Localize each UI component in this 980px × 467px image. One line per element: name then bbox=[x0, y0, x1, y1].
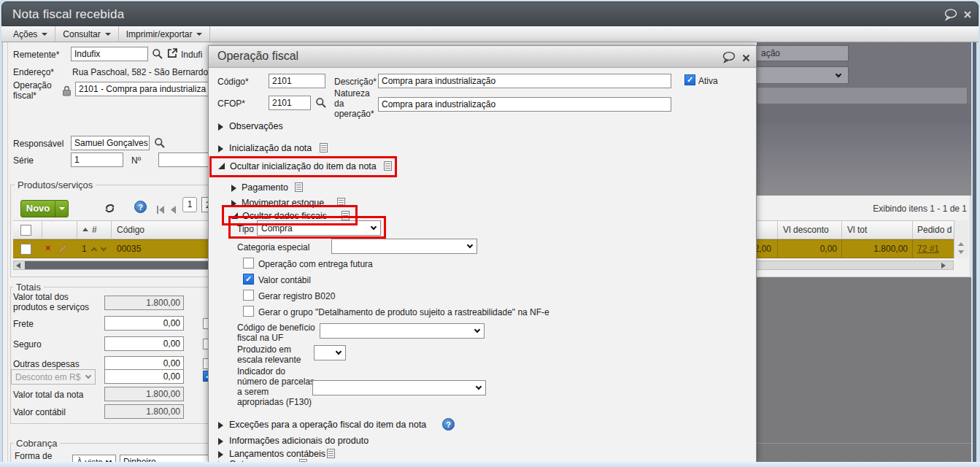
notes-icon[interactable] bbox=[295, 182, 303, 192]
section-excecoes[interactable]: Exceções para a operação fiscal do item … bbox=[229, 420, 426, 430]
items-status: Exibindo itens 1 - 1 de 1 bbox=[792, 204, 967, 214]
window-right-border bbox=[973, 42, 976, 462]
registro-b020-label: Gerar registro B020 bbox=[258, 291, 335, 301]
row-pedido-link[interactable]: 72 #1 bbox=[917, 244, 939, 254]
collapse-arrow-icon[interactable] bbox=[218, 123, 223, 131]
section-pagamento[interactable]: Pagamento bbox=[242, 182, 288, 193]
cfop-label: CFOP* bbox=[217, 99, 245, 109]
spinner-up-icon[interactable] bbox=[958, 242, 964, 246]
collapse-arrow-icon[interactable] bbox=[218, 438, 223, 445]
beneficio-fiscal-label: Código de benefício fiscal na UF bbox=[237, 323, 319, 343]
outras-despesas-input[interactable]: 0,00 bbox=[104, 356, 184, 371]
section-informacoes-adicionais[interactable]: Informações adicionais do produto bbox=[229, 436, 369, 446]
select-all-checkbox[interactable] bbox=[20, 225, 31, 236]
delete-row-icon[interactable]: × bbox=[45, 242, 51, 253]
remetente-label: Remetente* bbox=[13, 50, 59, 60]
produzido-escala-select[interactable] bbox=[314, 345, 346, 360]
frete-input[interactable]: 0,00 bbox=[104, 316, 184, 331]
chevron-down-icon bbox=[85, 373, 91, 379]
window-titlebar: Nota fiscal recebida bbox=[1, 1, 979, 26]
beneficio-fiscal-select[interactable] bbox=[320, 323, 485, 339]
notes-icon[interactable] bbox=[327, 449, 335, 458]
operacao-fiscal-input[interactable]: 2101 - Compra para industrializa bbox=[75, 82, 220, 96]
cfop-input[interactable]: 2101 bbox=[269, 96, 311, 110]
collapse-arrow-icon[interactable] bbox=[218, 145, 223, 153]
valor-contabil-check-label: Valor contábil bbox=[258, 275, 311, 285]
collapse-arrow-icon[interactable] bbox=[218, 422, 223, 429]
background-bar bbox=[757, 87, 968, 104]
chat-bubble-icon[interactable] bbox=[722, 51, 736, 66]
help-icon[interactable]: ? bbox=[134, 201, 147, 213]
section-observacoes[interactable]: Observações bbox=[229, 121, 283, 131]
rastreabilidade-checkbox[interactable] bbox=[243, 306, 254, 317]
desconto-tipo-select[interactable]: Desconto em R$ bbox=[11, 369, 96, 385]
codigo-label: Código* bbox=[217, 77, 249, 87]
entrega-futura-checkbox[interactable] bbox=[243, 258, 254, 269]
numero-label: Nº bbox=[131, 155, 141, 166]
external-link-icon[interactable] bbox=[166, 47, 178, 62]
section-inicializacao-nota[interactable]: Inicialização da nota bbox=[229, 143, 312, 153]
col-header-vl-desconto[interactable]: Vl desconto bbox=[783, 225, 829, 235]
menu-acoes[interactable]: Ações bbox=[6, 26, 55, 42]
section-lancamentos-contabeis[interactable]: Lançamentos contábeis bbox=[229, 449, 325, 459]
col-header-vl-tot[interactable]: Vl tot bbox=[847, 225, 867, 235]
desconto-input[interactable]: 0,00 bbox=[104, 369, 184, 384]
row-vl-tot: 1.800,00 bbox=[845, 244, 908, 254]
spinner-down-icon[interactable] bbox=[958, 250, 964, 254]
scroll-left-icon[interactable] bbox=[16, 263, 20, 269]
sort-asc-icon[interactable] bbox=[82, 228, 88, 231]
chevron-down-icon bbox=[42, 33, 47, 36]
prev-page-icon[interactable] bbox=[170, 204, 177, 217]
menu-consultar[interactable]: Consultar bbox=[55, 26, 118, 42]
edit-pencil-icon[interactable] bbox=[57, 243, 68, 257]
seguro-input[interactable]: 0,00 bbox=[104, 336, 184, 351]
close-icon[interactable] bbox=[963, 9, 972, 22]
search-icon[interactable] bbox=[315, 97, 327, 112]
search-icon[interactable] bbox=[154, 137, 166, 152]
categoria-especial-select[interactable] bbox=[331, 239, 477, 254]
scroll-right-icon[interactable] bbox=[941, 263, 946, 269]
chat-bubble-icon[interactable] bbox=[944, 8, 958, 24]
page-number-box[interactable]: 1 bbox=[182, 197, 197, 212]
responsavel-input[interactable]: Samuel Gonçalves bbox=[71, 136, 150, 150]
page-title: Nota fiscal recebida bbox=[12, 7, 124, 22]
background-line bbox=[757, 443, 971, 444]
highlight-box-tipo bbox=[228, 216, 386, 239]
indicador-parcelas-select[interactable] bbox=[312, 380, 486, 395]
novo-dropdown-arrow[interactable] bbox=[55, 201, 68, 217]
notes-icon[interactable] bbox=[320, 143, 328, 153]
chevron-down-icon bbox=[467, 242, 473, 248]
valor-produtos-label: Valor total dos produtos e serviços bbox=[13, 292, 101, 312]
endereco-label: Endereço* bbox=[13, 67, 54, 77]
natureza-label: Natureza da operação* bbox=[334, 88, 377, 119]
col-header-codigo[interactable]: Código bbox=[117, 225, 144, 235]
search-icon[interactable] bbox=[152, 48, 163, 63]
descricao-input[interactable]: Compra para industrialização bbox=[378, 74, 671, 88]
panel-divider bbox=[7, 42, 8, 462]
valor-contabil-checkbox[interactable] bbox=[243, 274, 254, 285]
natureza-input[interactable]: Compra para industrialização bbox=[378, 97, 671, 112]
remetente-input[interactable]: Indufix bbox=[71, 47, 148, 61]
totais-legend: Totais bbox=[13, 282, 44, 293]
novo-button[interactable]: Novo bbox=[20, 200, 69, 217]
collapse-arrow-icon[interactable] bbox=[218, 451, 223, 458]
help-icon[interactable]: ? bbox=[442, 418, 455, 431]
col-header-ordem[interactable]: # bbox=[92, 225, 97, 235]
first-page-icon[interactable] bbox=[156, 204, 165, 217]
ativa-label: Ativa bbox=[698, 76, 718, 86]
chevron-down-icon bbox=[474, 327, 480, 333]
remetente-link[interactable]: Indufi bbox=[181, 50, 210, 60]
ativa-checkbox[interactable] bbox=[684, 74, 695, 85]
collapse-arrow-icon[interactable] bbox=[231, 185, 236, 192]
row-checkbox[interactable] bbox=[20, 244, 31, 255]
dialog-title: Operação fiscal bbox=[217, 50, 298, 63]
col-header-pedido[interactable]: Pedido d bbox=[917, 225, 952, 235]
codigo-input[interactable]: 2101 bbox=[269, 74, 325, 88]
operacao-fiscal-dialog: Operação fiscal Código* 2101 Descrição* … bbox=[208, 45, 757, 463]
close-icon[interactable] bbox=[742, 52, 750, 65]
registro-b020-checkbox[interactable] bbox=[243, 290, 254, 301]
menu-imprimir-exportar[interactable]: Imprimir/exportar bbox=[119, 26, 211, 42]
dialog-titlebar[interactable]: Operação fiscal bbox=[209, 46, 756, 68]
refresh-icon[interactable] bbox=[103, 201, 117, 218]
serie-input[interactable]: 1 bbox=[71, 153, 123, 167]
